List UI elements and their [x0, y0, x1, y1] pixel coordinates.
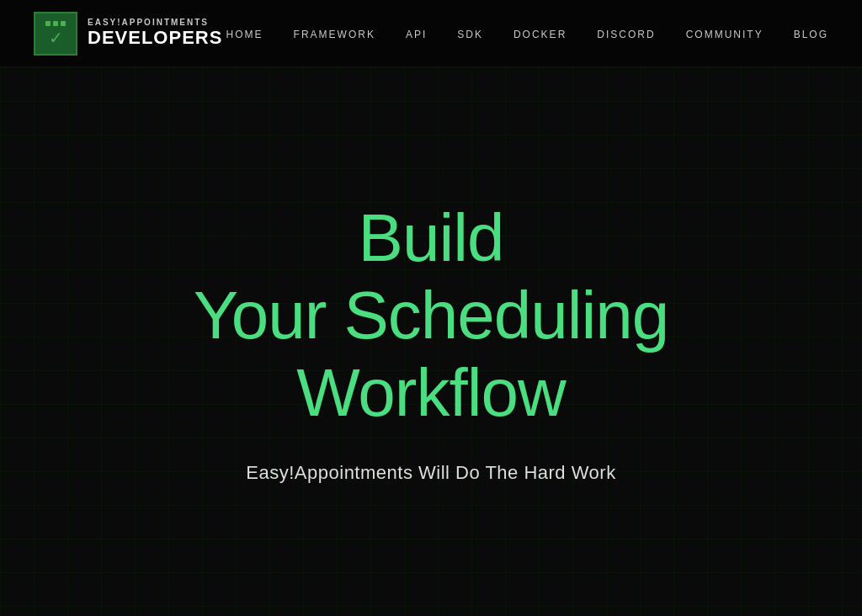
- nav-item-discord[interactable]: DISCORD: [597, 26, 655, 41]
- logo-dot-3: [61, 21, 66, 26]
- logo-title: DEVELOPERS: [88, 27, 222, 49]
- hero-title-line2: Your Scheduling: [194, 278, 669, 353]
- nav-item-api[interactable]: API: [406, 26, 427, 41]
- nav-link-community[interactable]: COMMUNITY: [686, 29, 764, 40]
- logo-dot-1: [45, 21, 51, 26]
- nav-links: HOME FRAMEWORK API SDK DOCKER DISCORD CO…: [226, 26, 828, 41]
- nav-link-api[interactable]: API: [406, 29, 427, 40]
- logo-text: EASY!APPOINTMENTS DEVELOPERS: [88, 18, 222, 49]
- navbar: ✓ EASY!APPOINTMENTS DEVELOPERS HOME FRAM…: [0, 0, 862, 67]
- logo-dot-2: [53, 21, 58, 26]
- logo-checkmark: ✓: [49, 29, 63, 46]
- logo-icon: ✓: [34, 12, 77, 56]
- nav-item-home[interactable]: HOME: [226, 26, 263, 41]
- nav-link-sdk[interactable]: SDK: [457, 29, 483, 40]
- nav-item-community[interactable]: COMMUNITY: [686, 26, 764, 41]
- nav-link-blog[interactable]: BLOG: [794, 29, 828, 40]
- nav-item-docker[interactable]: DOCKER: [513, 26, 567, 41]
- nav-link-home[interactable]: HOME: [226, 29, 263, 40]
- nav-item-framework[interactable]: FRAMEWORK: [294, 26, 375, 41]
- nav-item-sdk[interactable]: SDK: [457, 26, 483, 41]
- hero-subtitle: Easy!Appointments Will Do The Hard Work: [246, 462, 615, 484]
- hero-section: Build Your Scheduling Workflow Easy!Appo…: [0, 67, 862, 616]
- hero-title: Build Your Scheduling Workflow: [194, 199, 669, 432]
- logo-dots: [45, 21, 66, 26]
- logo-brand: EASY!APPOINTMENTS: [88, 18, 222, 27]
- hero-title-line3: Workflow: [296, 355, 565, 430]
- logo[interactable]: ✓ EASY!APPOINTMENTS DEVELOPERS: [34, 12, 222, 56]
- nav-item-blog[interactable]: BLOG: [794, 26, 828, 41]
- nav-link-docker[interactable]: DOCKER: [513, 29, 567, 40]
- hero-title-line1: Build: [359, 200, 504, 275]
- nav-link-discord[interactable]: DISCORD: [597, 29, 655, 40]
- nav-link-framework[interactable]: FRAMEWORK: [294, 29, 375, 40]
